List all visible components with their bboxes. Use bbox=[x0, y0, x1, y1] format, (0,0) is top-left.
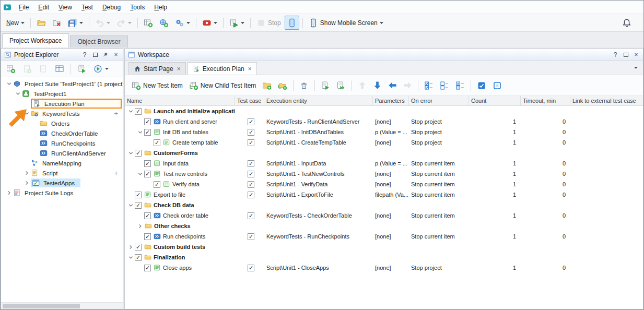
cell-count[interactable]: 1 bbox=[469, 116, 521, 127]
cell-count[interactable]: 1 bbox=[469, 231, 521, 242]
cell-name[interactable]: ✓Finalization bbox=[125, 252, 235, 263]
tree-item-execution-plan[interactable]: Execution Plan bbox=[1, 99, 123, 109]
menu-test[interactable]: Test bbox=[77, 1, 98, 14]
column-header-link-to-external-test-case[interactable]: Link to external test case bbox=[570, 96, 643, 105]
move-left-button[interactable] bbox=[385, 78, 400, 93]
cell-execution-entity[interactable]: KeywordTests - RunCheckpoints bbox=[264, 231, 373, 242]
menu-debug[interactable]: Debug bbox=[98, 1, 125, 14]
menu-tools[interactable]: Tools bbox=[125, 1, 149, 14]
cell-test-case[interactable]: ✓ bbox=[235, 189, 264, 200]
cell-timeout-min[interactable]: 0 bbox=[521, 127, 570, 137]
cell-on-error[interactable]: Stop project bbox=[409, 127, 469, 137]
cell-name[interactable]: ✓Check order table bbox=[125, 210, 235, 221]
checkbox[interactable]: ✓ bbox=[135, 244, 142, 251]
table-row-launch-and-initialize-application[interactable]: ✓Launch and initialize application bbox=[125, 106, 643, 116]
cell-on-error[interactable]: Stop current item bbox=[409, 169, 469, 179]
checkbox[interactable]: ✓ bbox=[248, 212, 254, 219]
chevron-collapsed-icon[interactable] bbox=[136, 224, 144, 229]
checkbox[interactable]: ✓ bbox=[248, 233, 254, 240]
cell-name[interactable]: ✓Close apps bbox=[125, 263, 235, 273]
table-row-custom-build-tests[interactable]: ✓Custom build tests bbox=[125, 242, 643, 252]
cell-count[interactable]: 1 bbox=[469, 210, 521, 221]
cell-parameters[interactable]: filepath (Va... bbox=[373, 189, 409, 200]
new-button[interactable]: New bbox=[4, 16, 27, 30]
tree-item-keywordtests[interactable]: KeywordTests+ bbox=[1, 109, 123, 118]
cell-execution-entity[interactable] bbox=[264, 106, 373, 116]
run-selected-item-button[interactable] bbox=[318, 78, 333, 93]
add-existing-item-button[interactable] bbox=[20, 62, 34, 76]
cell-parameters[interactable]: [none] bbox=[373, 231, 409, 242]
cell-on-error[interactable]: Stop project bbox=[409, 116, 469, 127]
cell-test-case[interactable]: ✓ bbox=[235, 231, 264, 242]
menu-edit[interactable]: Edit bbox=[33, 1, 54, 14]
cell-timeout-min[interactable] bbox=[521, 148, 570, 158]
cell-timeout-min[interactable]: 0 bbox=[521, 179, 570, 189]
cell-link-to-external-test-case[interactable] bbox=[570, 242, 643, 252]
chevron-expanded-icon[interactable] bbox=[136, 130, 144, 135]
cell-on-error[interactable]: Stop current item bbox=[409, 210, 469, 221]
checkbox[interactable]: ✓ bbox=[135, 108, 142, 115]
cell-execution-entity[interactable] bbox=[264, 148, 373, 158]
cell-parameters[interactable]: [none] bbox=[373, 137, 409, 148]
cell-link-to-external-test-case[interactable] bbox=[570, 106, 643, 116]
checkbox[interactable]: ✓ bbox=[248, 118, 254, 125]
cell-link-to-external-test-case[interactable] bbox=[570, 263, 643, 273]
chevron-collapsed-icon[interactable] bbox=[23, 171, 31, 175]
run-from-selected-button[interactable] bbox=[334, 78, 348, 93]
maximize-button[interactable] bbox=[91, 53, 99, 57]
redo-button[interactable] bbox=[114, 16, 134, 30]
delete-button[interactable] bbox=[297, 78, 311, 93]
cell-count[interactable] bbox=[469, 200, 521, 210]
cell-link-to-external-test-case[interactable] bbox=[570, 189, 643, 200]
cell-timeout-min[interactable] bbox=[521, 106, 570, 116]
help-button[interactable]: ? bbox=[612, 51, 619, 58]
tree-item-script[interactable]: Script+ bbox=[1, 168, 123, 178]
cell-name[interactable]: ✓Run checkpoints bbox=[125, 231, 235, 242]
cell-link-to-external-test-case[interactable] bbox=[570, 137, 643, 148]
cell-count[interactable]: 1 bbox=[469, 263, 521, 273]
cell-parameters[interactable]: [none] bbox=[373, 179, 409, 189]
cell-parameters[interactable]: p (Value = ... bbox=[373, 158, 409, 169]
cell-timeout-min[interactable] bbox=[521, 200, 570, 210]
checkbox[interactable]: ✓ bbox=[248, 192, 254, 198]
table-row-verify-data[interactable]: ✓Verify data✓Script\Unit1 - VerifyData[n… bbox=[125, 179, 643, 189]
cell-parameters[interactable]: [none] bbox=[373, 263, 409, 273]
cell-execution-entity[interactable]: Script\Unit1 - CreateTempTable bbox=[264, 137, 373, 148]
cell-on-error[interactable] bbox=[409, 200, 469, 210]
table-row-create-temp-table[interactable]: ✓Create temp table✓Script\Unit1 - Create… bbox=[125, 137, 643, 148]
checkbox[interactable]: ✓ bbox=[248, 129, 254, 136]
table-row-check-order-table[interactable]: ✓Check order table✓KeywordTests - CheckO… bbox=[125, 210, 643, 221]
column-header-execution-entity[interactable]: Execution entity bbox=[264, 96, 373, 105]
mobile-screen-toggle[interactable] bbox=[285, 16, 299, 30]
record-test-button[interactable] bbox=[200, 16, 220, 30]
cell-name[interactable]: ✓Init DB and tables bbox=[125, 127, 235, 137]
checkbox[interactable]: ✓ bbox=[144, 129, 151, 136]
cell-execution-entity[interactable]: Script\Unit1 - CloseApps bbox=[264, 263, 373, 273]
cell-on-error[interactable]: Stop current item bbox=[409, 189, 469, 200]
new-child-test-item-button[interactable]: New Child Test Item bbox=[186, 78, 259, 93]
checkbox[interactable]: ✓ bbox=[144, 171, 151, 177]
cell-name[interactable]: ✓Custom build tests bbox=[125, 242, 235, 252]
chevron-expanded-icon[interactable] bbox=[136, 172, 144, 176]
cell-test-case[interactable]: ✓ bbox=[235, 127, 264, 137]
table-row-check-db-data[interactable]: ✓Check DB data bbox=[125, 200, 643, 210]
cell-count[interactable]: 1 bbox=[469, 158, 521, 169]
table-row-test-new-controls[interactable]: ✓Test new controls✓Script\Unit1 - TestNe… bbox=[125, 169, 643, 179]
chevron-collapsed-icon[interactable] bbox=[5, 190, 13, 195]
cell-on-error[interactable] bbox=[409, 221, 469, 231]
workspace-tab-execution-plan[interactable]: Execution Plan× bbox=[188, 62, 257, 75]
horizontal-scrollbar[interactable] bbox=[1, 302, 123, 309]
checkbox[interactable]: ✓ bbox=[154, 181, 160, 188]
cell-on-error[interactable]: Stop current item bbox=[409, 179, 469, 189]
save-all-button[interactable] bbox=[65, 16, 86, 30]
table-row-other-checks[interactable]: Other checks bbox=[125, 221, 643, 231]
table-row-export-to-file[interactable]: ✓Export to file✓Script\Unit1 - ExportToF… bbox=[125, 189, 643, 200]
paste-item-button[interactable] bbox=[36, 62, 51, 76]
scrollbar-thumb[interactable] bbox=[3, 304, 80, 308]
notifications-button[interactable] bbox=[619, 16, 634, 30]
checkbox[interactable]: ✓ bbox=[248, 265, 254, 271]
cell-execution-entity[interactable]: KeywordTests - RunClientAndServer bbox=[264, 116, 373, 127]
cell-execution-entity[interactable]: Script\Unit1 - TestNewControls bbox=[264, 169, 373, 179]
show-mobile-screen-button[interactable]: Show Mobile Screen bbox=[306, 16, 386, 30]
close-button[interactable]: × bbox=[633, 51, 640, 58]
